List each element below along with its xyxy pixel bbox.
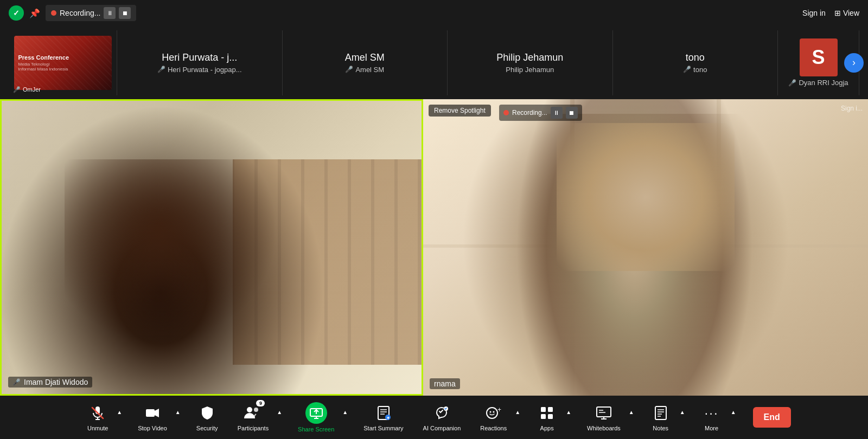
security-button[interactable]: Security [191, 400, 224, 435]
sign-in-button[interactable]: Sign in [802, 9, 826, 17]
nav-arrow-right[interactable]: › [844, 53, 864, 73]
people-icon [244, 405, 261, 421]
notes-document-icon [654, 405, 668, 421]
view-icon: ⊞ [834, 9, 841, 17]
reactions-emoji-icon: + [486, 405, 502, 421]
amel-display-name: Amel SM [345, 52, 385, 63]
svg-rect-26 [548, 414, 553, 419]
end-button[interactable]: End [753, 407, 791, 428]
unmute-icon [88, 403, 107, 423]
more-caret[interactable]: ▲ [729, 406, 738, 418]
toolbar-group-summary: ✦ Start Summary [354, 400, 413, 435]
notes-label: Notes [653, 425, 668, 431]
stop-video-icon [143, 403, 162, 423]
rec-dot [51, 10, 56, 16]
face-detail [65, 159, 275, 335]
toolbar-group-participants: 9 Participants ▲ [228, 400, 288, 435]
philip-name-area: Philip Jehamun Philip Jehamun [448, 52, 612, 74]
participant-tile-heri: Heri Purwata - j... 🎤 Heri Purwata - jog… [117, 30, 283, 95]
recording-text: Recording... [60, 9, 100, 17]
svg-marker-5 [155, 409, 159, 417]
recording-badge-right: Recording... ⏸ ⏹ [499, 105, 582, 121]
participants-caret[interactable]: ▲ [275, 406, 284, 418]
reactions-button[interactable]: + Reactions [475, 400, 512, 435]
start-summary-button[interactable]: ✦ Start Summary [358, 400, 409, 435]
rec-dot-right [503, 110, 509, 115]
recording-badge: Recording... ⏸ ⏹ [46, 5, 136, 21]
svg-text:✦: ✦ [386, 416, 390, 421]
svg-point-20 [489, 411, 491, 413]
svg-point-21 [493, 411, 494, 413]
video-right: Remove Spotlight Recording... ⏸ ⏹ Sign i… [423, 99, 868, 396]
unmute-label: Unmute [87, 425, 108, 431]
rec-pause-button[interactable]: ⏸ [104, 7, 116, 19]
ai-companion-button[interactable]: AI Companion [418, 400, 467, 435]
participants-icon: 9 [243, 403, 263, 423]
stop-video-caret[interactable]: ▲ [174, 406, 182, 418]
whiteboards-caret[interactable]: ▲ [627, 406, 636, 418]
share-screen-icon [305, 402, 327, 424]
view-button[interactable]: ⊞ View [834, 9, 859, 17]
top-bar-right: Sign in ⊞ View [802, 9, 859, 17]
shield-icon [200, 405, 215, 421]
reactions-label: Reactions [480, 425, 507, 431]
dyan-mute-icon: 🎤 [788, 79, 796, 87]
participant-tile-philip: Philip Jehamun Philip Jehamun [448, 30, 613, 95]
press-conf-title: Press Conference [18, 54, 69, 61]
ai-companion-label: AI Companion [423, 425, 461, 431]
more-button[interactable]: ··· More [695, 400, 728, 435]
dyan-avatar: S [800, 38, 838, 76]
svg-rect-27 [597, 407, 611, 417]
svg-point-19 [487, 408, 497, 418]
reactions-caret[interactable]: ▲ [513, 406, 522, 418]
dyan-sub-name: 🎤 Dyan RRI Jogja [788, 79, 848, 87]
svg-rect-23 [541, 407, 546, 412]
share-icon [309, 406, 323, 419]
unmute-button[interactable]: Unmute [81, 400, 114, 435]
apps-button[interactable]: Apps [531, 400, 563, 435]
spotlight-badge[interactable]: Remove Spotlight [429, 105, 491, 117]
svg-point-7 [254, 408, 258, 412]
more-label: More [705, 425, 718, 431]
left-name-tag: 🎤 Imam Djati Widodo [8, 377, 92, 388]
rec-stop-right[interactable]: ⏹ [566, 107, 578, 119]
amel-mute-icon: 🎤 [345, 66, 353, 73]
unmute-caret[interactable]: ▲ [115, 406, 124, 418]
amel-sub-name: 🎤 Amel SM [345, 66, 384, 74]
participants-button[interactable]: 9 Participants [232, 400, 274, 435]
notes-icon [651, 403, 671, 423]
heri-name-area: Heri Purwata - j... 🎤 Heri Purwata - jog… [117, 52, 282, 74]
heri-display-name: Heri Purwata - j... [162, 52, 237, 63]
participants-count: 9 [256, 400, 265, 406]
notes-caret[interactable]: ▲ [678, 406, 687, 418]
video-camera-icon [145, 405, 160, 421]
stop-video-button[interactable]: Stop Video [132, 400, 173, 435]
rec-pause-right[interactable]: ⏸ [551, 107, 563, 119]
main-video-area: 🎤 Imam Djati Widodo Remove Spotlight Rec… [0, 99, 868, 396]
tono-display-name: tono [686, 52, 705, 63]
apps-caret[interactable]: ▲ [564, 406, 573, 418]
toolbar-group-share: Share Screen ▲ [288, 399, 354, 436]
apps-grid-icon [539, 405, 554, 421]
whiteboards-button[interactable]: Whiteboards [582, 400, 626, 435]
whiteboard-icon [596, 405, 612, 421]
apps-icon [537, 403, 557, 423]
amel-name-area: Amel SM 🎤 Amel SM [283, 52, 448, 74]
sign-in-corner: Sign i... [841, 105, 863, 112]
press-conf-subtitle: Media TeknologiInformasi Masa Indonesia [18, 62, 68, 72]
toolbar-group-reactions: + Reactions ▲ [470, 400, 526, 435]
security-label: Security [196, 425, 218, 431]
svg-rect-32 [655, 406, 666, 419]
mic-icon-left: 🎤 [12, 378, 21, 386]
share-screen-caret[interactable]: ▲ [341, 406, 349, 418]
heri-mute-icon: 🎤 [157, 66, 165, 73]
notes-button[interactable]: Notes [644, 400, 677, 435]
pin-icon[interactable]: 📌 [29, 8, 40, 18]
philip-sub-name: Philip Jehamun [506, 66, 554, 74]
rec-stop-button[interactable]: ⏹ [119, 7, 131, 19]
tono-name-area: tono 🎤 tono [613, 52, 778, 74]
whiteboards-label: Whiteboards [587, 425, 621, 431]
toolbar-group-video: Stop Video ▲ [128, 400, 187, 435]
share-screen-button[interactable]: Share Screen [292, 399, 340, 436]
philip-display-name: Philip Jehamun [496, 52, 563, 63]
